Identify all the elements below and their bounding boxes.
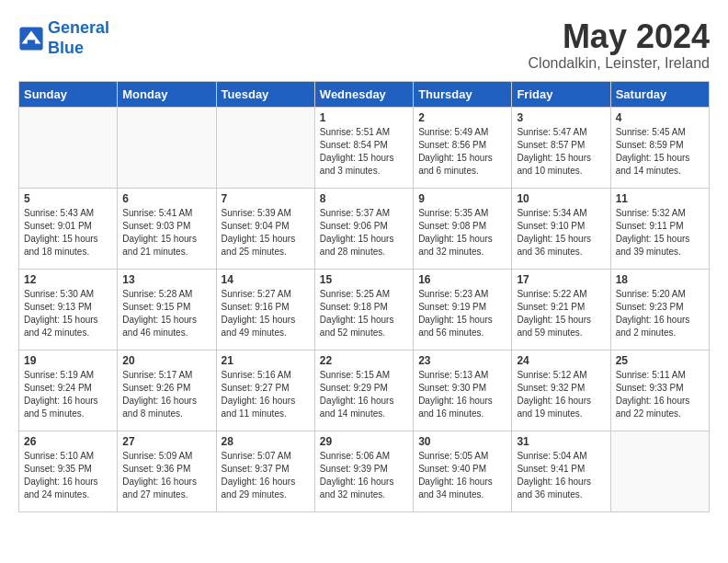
day-info: Sunrise: 5:19 AM Sunset: 9:24 PM Dayligh…	[24, 369, 112, 420]
day-info: Sunrise: 5:13 AM Sunset: 9:30 PM Dayligh…	[418, 369, 506, 420]
calendar-week-row: 19Sunrise: 5:19 AM Sunset: 9:24 PM Dayli…	[19, 350, 710, 431]
calendar-cell: 25Sunrise: 5:11 AM Sunset: 9:33 PM Dayli…	[610, 350, 709, 431]
svg-rect-2	[28, 40, 35, 46]
calendar-cell	[19, 107, 118, 188]
day-number: 27	[122, 435, 210, 448]
day-info: Sunrise: 5:10 AM Sunset: 9:35 PM Dayligh…	[24, 450, 112, 501]
weekday-header: Friday	[512, 81, 610, 107]
calendar-cell: 20Sunrise: 5:17 AM Sunset: 9:26 PM Dayli…	[118, 350, 216, 431]
day-info: Sunrise: 5:32 AM Sunset: 9:11 PM Dayligh…	[616, 207, 704, 259]
calendar-cell: 24Sunrise: 5:12 AM Sunset: 9:32 PM Dayli…	[512, 350, 610, 431]
day-number: 1	[320, 111, 408, 124]
day-info: Sunrise: 5:43 AM Sunset: 9:01 PM Dayligh…	[24, 207, 112, 259]
calendar-cell: 21Sunrise: 5:16 AM Sunset: 9:27 PM Dayli…	[216, 350, 314, 431]
day-number: 6	[122, 192, 210, 205]
calendar-cell: 19Sunrise: 5:19 AM Sunset: 9:24 PM Dayli…	[19, 350, 118, 431]
day-number: 10	[517, 192, 605, 205]
calendar-cell: 4Sunrise: 5:45 AM Sunset: 8:59 PM Daylig…	[610, 107, 709, 188]
calendar-cell: 27Sunrise: 5:09 AM Sunset: 9:36 PM Dayli…	[118, 431, 216, 511]
weekday-header: Sunday	[19, 81, 118, 107]
day-info: Sunrise: 5:16 AM Sunset: 9:27 PM Dayligh…	[222, 369, 310, 420]
weekday-header: Monday	[118, 81, 216, 107]
day-number: 22	[320, 354, 408, 367]
day-info: Sunrise: 5:20 AM Sunset: 9:23 PM Dayligh…	[616, 288, 704, 339]
day-number: 21	[222, 354, 310, 367]
day-number: 23	[418, 354, 506, 367]
day-info: Sunrise: 5:30 AM Sunset: 9:13 PM Dayligh…	[24, 288, 112, 339]
day-number: 18	[616, 273, 704, 286]
day-info: Sunrise: 5:06 AM Sunset: 9:39 PM Dayligh…	[320, 450, 408, 501]
calendar-week-row: 12Sunrise: 5:30 AM Sunset: 9:13 PM Dayli…	[19, 269, 710, 350]
day-number: 30	[418, 435, 506, 448]
logo-line1: General	[48, 18, 109, 37]
day-info: Sunrise: 5:45 AM Sunset: 8:59 PM Dayligh…	[616, 126, 704, 178]
day-number: 15	[320, 273, 408, 286]
day-info: Sunrise: 5:25 AM Sunset: 9:18 PM Dayligh…	[320, 288, 408, 339]
calendar-week-row: 5Sunrise: 5:43 AM Sunset: 9:01 PM Daylig…	[19, 188, 710, 269]
weekday-header: Wednesday	[314, 81, 413, 107]
day-info: Sunrise: 5:47 AM Sunset: 8:57 PM Dayligh…	[517, 126, 605, 178]
day-number: 9	[418, 192, 506, 205]
calendar-cell: 26Sunrise: 5:10 AM Sunset: 9:35 PM Dayli…	[19, 431, 118, 511]
calendar-cell: 12Sunrise: 5:30 AM Sunset: 9:13 PM Dayli…	[19, 269, 118, 350]
logo-icon	[18, 26, 44, 52]
day-number: 2	[418, 111, 506, 124]
day-number: 7	[222, 192, 310, 205]
calendar-cell: 2Sunrise: 5:49 AM Sunset: 8:56 PM Daylig…	[414, 107, 512, 188]
day-number: 4	[616, 111, 704, 124]
day-info: Sunrise: 5:17 AM Sunset: 9:26 PM Dayligh…	[122, 369, 210, 420]
day-number: 17	[517, 273, 605, 286]
day-info: Sunrise: 5:07 AM Sunset: 9:37 PM Dayligh…	[222, 450, 310, 501]
calendar-cell: 30Sunrise: 5:05 AM Sunset: 9:40 PM Dayli…	[414, 431, 512, 511]
calendar-cell: 15Sunrise: 5:25 AM Sunset: 9:18 PM Dayli…	[314, 269, 413, 350]
calendar-cell	[118, 107, 216, 188]
calendar-cell	[216, 107, 314, 188]
calendar-table: SundayMondayTuesdayWednesdayThursdayFrid…	[18, 81, 710, 512]
day-number: 26	[24, 435, 112, 448]
calendar-cell: 31Sunrise: 5:04 AM Sunset: 9:41 PM Dayli…	[512, 431, 610, 511]
day-info: Sunrise: 5:23 AM Sunset: 9:19 PM Dayligh…	[418, 288, 506, 339]
day-info: Sunrise: 5:09 AM Sunset: 9:36 PM Dayligh…	[122, 450, 210, 501]
page-header: General Blue May 2024 Clondalkin, Leinst…	[18, 18, 710, 72]
calendar-cell: 23Sunrise: 5:13 AM Sunset: 9:30 PM Dayli…	[414, 350, 512, 431]
day-info: Sunrise: 5:11 AM Sunset: 9:33 PM Dayligh…	[616, 369, 704, 420]
day-info: Sunrise: 5:27 AM Sunset: 9:16 PM Dayligh…	[222, 288, 310, 339]
calendar-cell: 8Sunrise: 5:37 AM Sunset: 9:06 PM Daylig…	[314, 188, 413, 269]
day-number: 24	[517, 354, 605, 367]
location-subtitle: Clondalkin, Leinster, Ireland	[529, 55, 710, 72]
calendar-cell	[610, 431, 709, 511]
month-title: May 2024	[529, 18, 710, 55]
day-info: Sunrise: 5:39 AM Sunset: 9:04 PM Dayligh…	[222, 207, 310, 259]
day-info: Sunrise: 5:49 AM Sunset: 8:56 PM Dayligh…	[418, 126, 506, 178]
calendar-cell: 10Sunrise: 5:34 AM Sunset: 9:10 PM Dayli…	[512, 188, 610, 269]
day-info: Sunrise: 5:35 AM Sunset: 9:08 PM Dayligh…	[418, 207, 506, 259]
logo-text: General Blue	[48, 18, 109, 58]
calendar-week-row: 26Sunrise: 5:10 AM Sunset: 9:35 PM Dayli…	[19, 431, 710, 511]
calendar-cell: 17Sunrise: 5:22 AM Sunset: 9:21 PM Dayli…	[512, 269, 610, 350]
day-info: Sunrise: 5:22 AM Sunset: 9:21 PM Dayligh…	[517, 288, 605, 339]
calendar-cell: 7Sunrise: 5:39 AM Sunset: 9:04 PM Daylig…	[216, 188, 314, 269]
day-number: 20	[122, 354, 210, 367]
day-info: Sunrise: 5:12 AM Sunset: 9:32 PM Dayligh…	[517, 369, 605, 420]
day-info: Sunrise: 5:34 AM Sunset: 9:10 PM Dayligh…	[517, 207, 605, 259]
day-info: Sunrise: 5:05 AM Sunset: 9:40 PM Dayligh…	[418, 450, 506, 501]
calendar-cell: 16Sunrise: 5:23 AM Sunset: 9:19 PM Dayli…	[414, 269, 512, 350]
logo: General Blue	[18, 18, 109, 58]
day-number: 11	[616, 192, 704, 205]
day-number: 28	[222, 435, 310, 448]
day-number: 29	[320, 435, 408, 448]
calendar-cell: 9Sunrise: 5:35 AM Sunset: 9:08 PM Daylig…	[414, 188, 512, 269]
calendar-cell: 18Sunrise: 5:20 AM Sunset: 9:23 PM Dayli…	[610, 269, 709, 350]
calendar-cell: 3Sunrise: 5:47 AM Sunset: 8:57 PM Daylig…	[512, 107, 610, 188]
calendar-cell: 28Sunrise: 5:07 AM Sunset: 9:37 PM Dayli…	[216, 431, 314, 511]
day-number: 19	[24, 354, 112, 367]
calendar-cell: 1Sunrise: 5:51 AM Sunset: 8:54 PM Daylig…	[314, 107, 413, 188]
weekday-header: Saturday	[610, 81, 709, 107]
calendar-cell: 11Sunrise: 5:32 AM Sunset: 9:11 PM Dayli…	[610, 188, 709, 269]
calendar-cell: 13Sunrise: 5:28 AM Sunset: 9:15 PM Dayli…	[118, 269, 216, 350]
logo-line2: Blue	[48, 39, 84, 57]
day-number: 25	[616, 354, 704, 367]
calendar-cell: 6Sunrise: 5:41 AM Sunset: 9:03 PM Daylig…	[118, 188, 216, 269]
day-info: Sunrise: 5:04 AM Sunset: 9:41 PM Dayligh…	[517, 450, 605, 501]
day-number: 8	[320, 192, 408, 205]
